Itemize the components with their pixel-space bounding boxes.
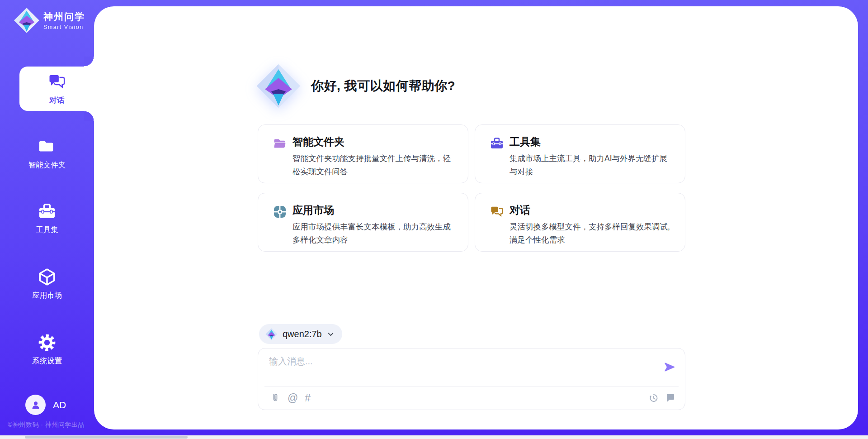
avatar [25, 395, 46, 415]
card-title: 智能文件夹 [292, 135, 344, 149]
sidebar-item-label: 对话 [19, 95, 94, 105]
brand-subtitle: Smart Vision [43, 24, 85, 30]
sidebar-item-settings[interactable]: 系统设置 [0, 333, 94, 366]
sidebar-item-label: 智能文件夹 [0, 160, 94, 170]
message-input[interactable] [269, 355, 658, 382]
sidebar-item-toolbox[interactable]: 工具集 [0, 202, 94, 235]
card-smart-folder[interactable]: 智能文件夹 智能文件夹功能支持批量文件上传与清洗，轻松实现文件问答 [258, 124, 468, 183]
sidebar-item-label: 工具集 [0, 225, 94, 235]
brand-diamond-icon [14, 7, 40, 33]
greeting: 你好, 我可以如何帮助你? [256, 63, 455, 109]
chat-bubble-icon[interactable] [665, 392, 676, 403]
horizontal-scrollbar[interactable] [0, 435, 868, 439]
chat-icon [490, 205, 504, 219]
chevron-down-icon [326, 330, 335, 339]
sidebar-item-app-market[interactable]: 应用市场 [0, 267, 94, 301]
chat-icon [47, 72, 66, 91]
toolbox-icon [490, 136, 504, 151]
send-icon [663, 361, 676, 373]
person-icon [30, 399, 42, 411]
paperclip-icon[interactable] [270, 392, 281, 403]
card-toolbox[interactable]: 工具集 集成市场上主流工具，助力AI与外界无缝扩展与对接 [475, 124, 685, 183]
model-selector[interactable]: qwen2:7b [259, 324, 342, 344]
scrollbar-thumb[interactable] [25, 436, 188, 439]
card-description: 灵活切换多模型文件，支持多样回复效果调试, 满足个性化需求 [509, 220, 672, 247]
sidebar-item-label: 应用市场 [0, 291, 94, 301]
model-name: qwen2:7b [283, 329, 322, 339]
brand-name: 神州问学 [43, 10, 85, 23]
history-icon[interactable] [648, 392, 659, 403]
hash-icon[interactable]: # [305, 392, 311, 403]
sidebar: 神州问学 Smart Vision 对话 智能文件夹 [0, 0, 94, 439]
brand-diamond-icon [265, 328, 278, 340]
card-description: 智能文件夹功能支持批量文件上传与清洗，轻松实现文件问答 [292, 152, 455, 178]
brand-diamond-icon [256, 63, 301, 109]
card-title: 应用市场 [292, 203, 334, 217]
card-app-market[interactable]: 应用市场 应用市场提供丰富长文本模板，助力高效生成多样化文章内容 [258, 193, 468, 252]
tab-fillet-top [84, 57, 94, 67]
folder-icon [38, 137, 57, 156]
sidebar-item-label: 系统设置 [0, 356, 94, 366]
sidebar-item-smart-folder[interactable]: 智能文件夹 [0, 137, 94, 170]
grid-icon [273, 205, 287, 219]
copyright-text: ©神州数码 · 神州问学出品 [8, 421, 94, 429]
card-description: 集成市场上主流工具，助力AI与外界无缝扩展与对接 [509, 152, 672, 178]
user-account[interactable]: AD [25, 395, 66, 415]
folder-open-icon [273, 136, 287, 151]
brand-logo: 神州问学 Smart Vision [14, 7, 85, 33]
tab-fillet-bottom [84, 111, 94, 121]
gear-icon [38, 333, 57, 352]
user-initials: AD [53, 400, 66, 410]
card-title: 对话 [509, 203, 530, 217]
card-chat[interactable]: 对话 灵活切换多模型文件，支持多样回复效果调试, 满足个性化需求 [475, 193, 685, 252]
composer-divider [264, 386, 679, 387]
card-title: 工具集 [509, 135, 541, 149]
at-icon[interactable]: @ [288, 392, 298, 403]
sidebar-item-chat[interactable]: 对话 [19, 67, 94, 111]
send-button[interactable] [663, 361, 676, 373]
message-composer: @ # [258, 348, 685, 410]
cube-icon [38, 267, 57, 286]
card-description: 应用市场提供丰富长文本模板，助力高效生成多样化文章内容 [292, 220, 455, 247]
toolbox-icon [38, 202, 57, 221]
greeting-title: 你好, 我可以如何帮助你? [311, 77, 455, 95]
